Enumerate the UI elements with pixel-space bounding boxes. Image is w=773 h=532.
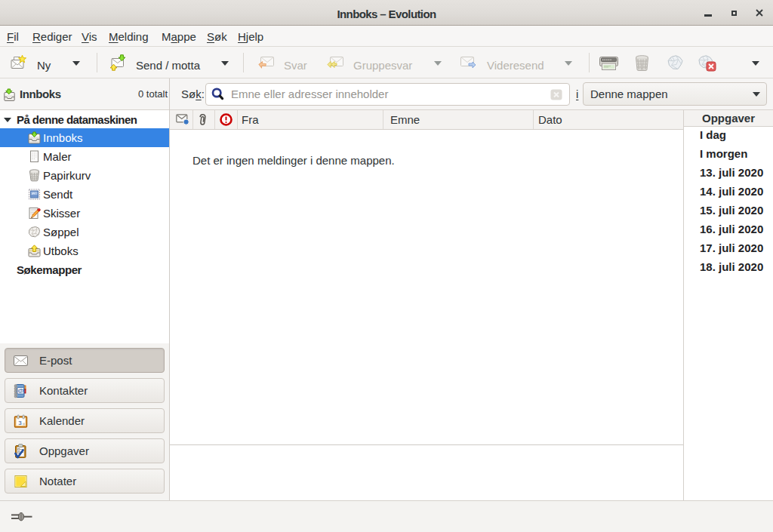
svg-text:3: 3 (18, 420, 22, 426)
svg-text:@: @ (17, 387, 23, 394)
